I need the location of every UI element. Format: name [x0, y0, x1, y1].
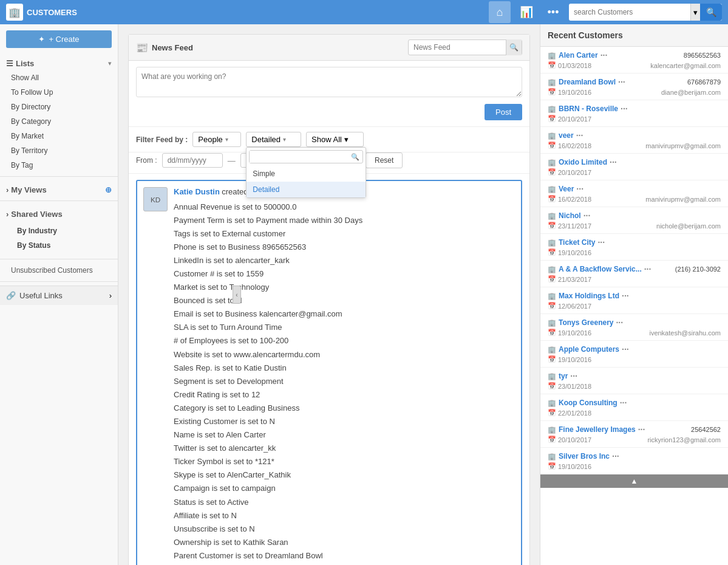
- create-button[interactable]: ✦ + Create: [6, 30, 112, 48]
- feed-change-row: Email is set to Business kalencarter@gma…: [174, 307, 515, 321]
- recent-customer-item[interactable]: 🏢 Tonys Greenery ··· 📅 19/10/2016 ivenka…: [540, 314, 728, 341]
- news-feed-panel: 📰 News Feed 🔍 Post Filter Feed by :: [128, 34, 530, 565]
- sidebar-item-by-market[interactable]: By Market: [0, 129, 118, 143]
- search-submit-button[interactable]: 🔍: [700, 4, 722, 21]
- dropdown-search-input[interactable]: [250, 151, 348, 163]
- recent-customer-item[interactable]: 🏢 Alen Carter ··· 8965652563 📅 01/03/201…: [540, 47, 728, 74]
- rc-more-button[interactable]: ···: [644, 264, 651, 274]
- recent-customer-item[interactable]: 🏢 BBRN - Roseville ··· 📅 20/10/2017: [540, 100, 728, 127]
- sidebar-divider-1: [0, 176, 118, 177]
- rc-calendar-icon: 📅: [548, 248, 556, 256]
- rc-more-button[interactable]: ···: [610, 157, 617, 167]
- recent-customer-item[interactable]: 🏢 veer ··· 📅 16/02/2018 manivirupmv@gmai…: [540, 127, 728, 154]
- global-search-input[interactable]: [569, 8, 690, 16]
- rc-more-button[interactable]: ···: [622, 291, 629, 301]
- rc-more-button[interactable]: ···: [600, 50, 608, 60]
- add-view-button[interactable]: ⊕: [105, 185, 112, 194]
- sidebar-item-by-territory[interactable]: By Territory: [0, 143, 118, 158]
- rc-more-button[interactable]: ···: [576, 184, 583, 194]
- recent-customer-item[interactable]: 🏢 Dreamland Bowl ··· 676867879 📅 19/10/2…: [540, 74, 728, 100]
- rc-name: 🏢 Max Holdings Ltd ···: [548, 291, 629, 301]
- rss-icon: 📰: [136, 42, 148, 53]
- create-label: + Create: [49, 35, 79, 44]
- recent-customer-item[interactable]: 🏢 Nichol ··· 📅 23/11/2017 nichole@berija…: [540, 207, 728, 234]
- recent-customer-item[interactable]: 🏢 Oxido Limited ··· 📅 20/10/2017: [540, 154, 728, 180]
- rc-more-button[interactable]: ···: [620, 398, 627, 408]
- post-textarea[interactable]: [136, 67, 522, 97]
- recent-customer-item[interactable]: 🏢 A & A Backflow Servic... ··· (216) 210…: [540, 261, 728, 287]
- useful-links-section[interactable]: 🔗 Useful Links ›: [0, 286, 118, 305]
- from-date-input[interactable]: [162, 153, 223, 168]
- sidebar-item-by-status[interactable]: By Status: [11, 238, 112, 253]
- search-dropdown-button[interactable]: ▾: [690, 4, 700, 21]
- dropdown-item-simple[interactable]: Simple: [247, 166, 366, 182]
- sidebar-item-by-tag[interactable]: By Tag: [0, 158, 118, 173]
- recent-customer-item[interactable]: 🏢 Koop Consulting ··· 📅 22/01/2018: [540, 394, 728, 421]
- sidebar-item-unsubscribed[interactable]: Unsubscribed Customers: [0, 263, 118, 278]
- news-feed-title-text: News Feed: [152, 43, 193, 52]
- rc-more-button[interactable]: ···: [576, 131, 583, 140]
- detailed-dropdown-button[interactable]: Detailed ▾: [246, 132, 301, 147]
- news-feed-search-input[interactable]: [409, 43, 506, 52]
- rc-calendar-icon: 📅: [548, 275, 556, 283]
- news-feed-search-button[interactable]: 🔍: [506, 39, 522, 55]
- rc-more-button[interactable]: ···: [597, 238, 605, 247]
- sidebar-item-show-all[interactable]: Show All: [0, 70, 118, 85]
- rc-more-button[interactable]: ···: [616, 318, 623, 327]
- scroll-top-button[interactable]: ▲: [540, 474, 728, 488]
- feed-change-row: Skype is set to AlenCarter_Kathik: [174, 468, 515, 482]
- recent-customer-item[interactable]: 🏢 Silver Bros Inc ··· 📅 19/10/2016: [540, 448, 728, 474]
- post-button[interactable]: Post: [485, 104, 522, 120]
- feed-change-row: Payment Term is set to Payment made with…: [174, 214, 515, 227]
- recent-customer-item[interactable]: 🏢 Apple Computers ··· 📅 19/10/2016: [540, 341, 728, 368]
- lists-section-header[interactable]: ☰ Lists ▾: [0, 54, 118, 70]
- rc-calendar-icon: 📅: [548, 409, 556, 417]
- lists-label: ☰ Lists: [6, 59, 34, 68]
- feed-change-row: Existing Customer is set to N: [174, 415, 515, 428]
- rc-calendar-icon: 📅: [548, 462, 556, 470]
- rc-more-button[interactable]: ···: [622, 344, 629, 354]
- rc-name: 🏢 BBRN - Roseville ···: [548, 104, 628, 114]
- rc-more-button[interactable]: ···: [570, 371, 577, 381]
- shared-views-section-header[interactable]: › Shared Views: [0, 205, 118, 221]
- recent-customers-list: 🏢 Alen Carter ··· 8965652563 📅 01/03/201…: [540, 47, 728, 474]
- detailed-label: Detailed: [251, 135, 281, 144]
- rc-more-button[interactable]: ···: [638, 425, 645, 434]
- post-actions: Post: [136, 104, 522, 120]
- sidebar-collapse-button[interactable]: ‹: [233, 286, 241, 304]
- feed-change-row: Segment is set to Development: [174, 375, 515, 388]
- recent-customer-item[interactable]: 🏢 Veer ··· 📅 16/02/2018 manivirupmv@gmai…: [540, 180, 728, 207]
- feed-item-avatar: KD: [143, 187, 168, 211]
- feed-change-row: Website is set to www.alencartermdu.com: [174, 348, 515, 361]
- people-dropdown-button[interactable]: People ▾: [192, 132, 241, 147]
- feed-item: KD Katie Dustin created a new customer 🏢…: [136, 180, 522, 565]
- chart-button[interactable]: 📊: [515, 1, 537, 23]
- rc-more-button[interactable]: ···: [583, 211, 591, 221]
- recent-customer-item[interactable]: 🏢 Fine Jewellery Images ··· 25642562 📅 2…: [540, 421, 728, 448]
- rc-date: 📅 19/10/2016: [548, 462, 591, 470]
- rc-more-button[interactable]: ···: [621, 104, 628, 114]
- more-button[interactable]: •••: [542, 1, 564, 23]
- feed-change-row: Credit Rating is set to 12: [174, 388, 515, 402]
- sidebar-item-by-category[interactable]: By Category: [0, 114, 118, 129]
- home-button[interactable]: ⌂: [489, 1, 511, 23]
- feed-actor-link[interactable]: Katie Dustin: [174, 187, 220, 196]
- rc-calendar-icon: 📅: [548, 436, 556, 443]
- dropdown-item-detailed[interactable]: Detailed: [247, 182, 366, 197]
- recent-customer-item[interactable]: 🏢 tyr ··· 📅 23/01/2018: [540, 368, 728, 394]
- recent-customer-item[interactable]: 🏢 Ticket City ··· 📅 19/10/2016: [540, 234, 728, 261]
- news-feed-title: 📰 News Feed: [136, 42, 193, 53]
- recent-customer-item[interactable]: 🏢 Max Holdings Ltd ··· 📅 12/06/2017: [540, 287, 728, 314]
- rc-calendar-icon: 📅: [548, 168, 556, 176]
- rc-more-button[interactable]: ···: [618, 77, 625, 87]
- reset-button[interactable]: Reset: [366, 152, 403, 168]
- svg-text:KD: KD: [151, 196, 160, 204]
- feed-change-row: Annual Revenue is set to 500000.0: [174, 200, 515, 214]
- rc-more-button[interactable]: ···: [612, 451, 619, 461]
- sidebar-item-to-follow-up[interactable]: To Follow Up: [0, 85, 118, 100]
- sidebar-item-by-directory[interactable]: By Directory: [0, 100, 118, 114]
- sidebar-item-by-industry[interactable]: By Industry: [11, 224, 112, 238]
- rc-name: 🏢 A & A Backflow Servic... ···: [548, 264, 651, 274]
- my-views-section-header[interactable]: › My Views ⊕: [0, 180, 118, 197]
- show-all-dropdown-button[interactable]: Show All ▾: [306, 132, 364, 147]
